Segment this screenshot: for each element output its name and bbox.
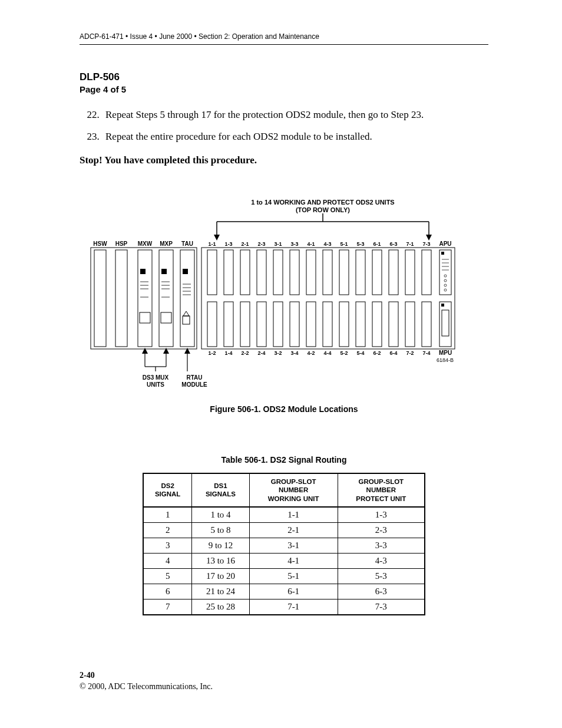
- th-working: GROUP-SLOTNUMBERWORKING UNIT: [249, 473, 338, 507]
- table-row: 25 to 82-12-3: [143, 523, 425, 538]
- cell-prot: 2-3: [338, 523, 425, 538]
- slot-rect: [356, 250, 365, 295]
- cell-work: 3-1: [249, 538, 338, 554]
- slot-label-bottom: 6-2: [373, 350, 381, 356]
- cell-work: 7-1: [249, 599, 338, 615]
- table-row: 413 to 164-14-3: [143, 554, 425, 569]
- procedure-code: DLP-506: [80, 71, 488, 83]
- copyright: © 2000, ADC Telecommunications, Inc.: [80, 682, 213, 691]
- svg-rect-10: [159, 250, 173, 347]
- svg-rect-14: [183, 269, 188, 274]
- slot-rect: [389, 250, 398, 295]
- cell-ds1: 5 to 8: [192, 523, 249, 538]
- slot-label-apu: APU: [439, 241, 451, 247]
- th-ds2: DS2SIGNAL: [143, 473, 192, 507]
- slot-rect: [405, 250, 415, 295]
- slot-label-bottom: 2-2: [241, 350, 249, 356]
- cell-ds1: 1 to 4: [192, 507, 249, 523]
- slot-label-top: 4-1: [307, 241, 315, 247]
- cell-prot: 4-3: [338, 554, 425, 569]
- left-slots: HSW HSP MXW MXP TAU: [91, 241, 197, 349]
- table-header-row: DS2SIGNAL DS1SIGNALS GROUP-SLOTNUMBERWOR…: [143, 473, 425, 507]
- svg-rect-28: [161, 312, 171, 323]
- slot-label-top: 3-3: [290, 241, 298, 247]
- svg-rect-30: [201, 248, 455, 349]
- table-caption: Table 506-1. DS2 Signal Routing: [80, 455, 488, 465]
- routing-table: DS2SIGNAL DS1SIGNALS GROUP-SLOTNUMBERWOR…: [143, 473, 425, 615]
- figure-ds3mux-label-l2: UNITS: [147, 381, 164, 388]
- svg-rect-43: [442, 310, 449, 336]
- figure-rtau-label-l2: MODULE: [181, 381, 207, 388]
- slot-label-bottom: 3-4: [290, 350, 298, 356]
- slot-rect: [224, 250, 233, 295]
- svg-point-37: [444, 275, 447, 277]
- slot-rect: [240, 250, 250, 295]
- slot-label-top: 2-1: [241, 241, 249, 247]
- svg-rect-27: [140, 312, 150, 323]
- procedure-page-line: Page 4 of 5: [80, 84, 488, 94]
- cell-work: 4-1: [249, 554, 338, 569]
- slot-rect: [290, 302, 299, 347]
- cell-ds1: 21 to 24: [192, 584, 249, 599]
- svg-point-38: [444, 279, 447, 282]
- svg-rect-42: [441, 304, 444, 307]
- figure-block: 1 to 14 WORKING AND PROTECT ODS2 UNITS (…: [80, 196, 488, 414]
- cell-ds2: 1: [143, 507, 192, 523]
- slot-label-bottom: 4-2: [307, 350, 315, 356]
- slot-rect: [405, 302, 415, 347]
- slot-rect: [323, 302, 332, 347]
- slot-label-top: 6-1: [373, 241, 381, 247]
- slot-rect: [273, 302, 283, 347]
- figure-svg: 1 to 14 WORKING AND PROTECT ODS2 UNITS (…: [90, 196, 478, 390]
- cell-prot: 3-3: [338, 538, 425, 554]
- slot-label-mpu: MPU: [439, 350, 452, 356]
- slot-label-top: 5-3: [356, 241, 364, 247]
- slot-label-bottom: 7-2: [406, 350, 414, 356]
- cell-work: 6-1: [249, 584, 338, 599]
- svg-marker-5: [426, 235, 432, 241]
- table-row: 517 to 205-15-3: [143, 569, 425, 584]
- cell-ds1: 13 to 16: [192, 554, 249, 569]
- cell-work: 1-1: [249, 507, 338, 523]
- slot-rect: [422, 250, 431, 295]
- cell-ds2: 2: [143, 523, 192, 538]
- th-ds1: DS1SIGNALS: [192, 473, 249, 507]
- th-protect: GROUP-SLOTNUMBERPROTECT UNIT: [338, 473, 425, 507]
- figure-top-note-line1: 1 to 14 WORKING AND PROTECT ODS2 UNITS: [251, 199, 394, 206]
- figure-ds3mux-label-l1: DS3 MUX: [143, 374, 169, 381]
- figure-caption: Figure 506-1. ODS2 Module Locations: [80, 404, 488, 414]
- slot-label-mxw: MXW: [138, 241, 153, 247]
- slot-rect: [207, 250, 217, 295]
- page-number: 2-40: [80, 671, 95, 680]
- cell-work: 2-1: [249, 523, 338, 538]
- page-footer: 2-40 © 2000, ADC Telecommunications, Inc…: [80, 670, 213, 693]
- cell-prot: 5-3: [338, 569, 425, 584]
- slot-rect: [339, 302, 349, 347]
- slot-rect: [339, 250, 349, 295]
- slot-label-hsw: HSW: [93, 241, 107, 247]
- cell-ds2: 3: [143, 538, 192, 554]
- svg-rect-11: [180, 250, 194, 347]
- slot-label-bottom: 6-4: [389, 350, 397, 356]
- page: ADCP-61-471 • Issue 4 • June 2000 • Sect…: [0, 0, 562, 728]
- cell-ds2: 6: [143, 584, 192, 599]
- svg-rect-41: [439, 302, 451, 347]
- slot-rect: [422, 302, 431, 347]
- slot-rect: [224, 302, 233, 347]
- table-row: 39 to 123-13-3: [143, 538, 425, 554]
- cell-ds2: 7: [143, 599, 192, 615]
- step-23: Repeat the entire procedure for each ODS…: [102, 130, 488, 144]
- slot-rect: [323, 250, 332, 295]
- figure-top-note-line2: (TOP ROW ONLY): [296, 206, 350, 213]
- slot-label-top: 2-3: [257, 241, 265, 247]
- cell-prot: 1-3: [338, 507, 425, 523]
- slot-rect: [273, 250, 283, 295]
- svg-rect-8: [115, 250, 127, 347]
- slot-label-bottom: 1-2: [208, 350, 216, 356]
- slot-rect: [306, 302, 316, 347]
- svg-rect-12: [140, 269, 146, 274]
- slot-rect: [257, 302, 266, 347]
- slot-label-bottom: 5-4: [356, 350, 364, 356]
- figure-rtau-label-l1: RTAU: [186, 374, 202, 381]
- slot-label-hsp: HSP: [115, 241, 128, 247]
